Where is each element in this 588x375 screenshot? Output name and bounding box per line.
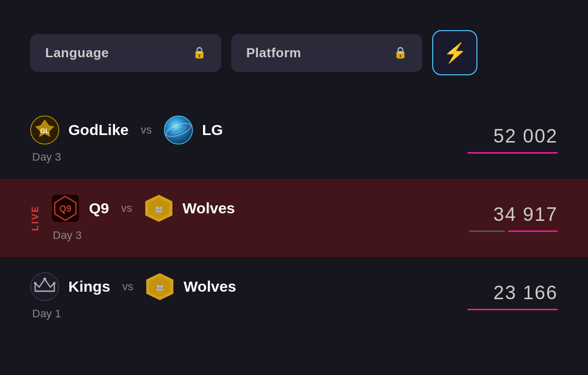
viewer-bar-pink-live [508,230,558,232]
platform-label: Platform [246,45,301,61]
match-teams-live: Q9 Q9 vs 🐺 Wo [51,194,467,223]
team-logo-kings [30,272,59,301]
match-teams: GL GodLike vs [30,115,467,145]
team-logo-godlike: GL [30,115,59,145]
match-info: GL GodLike vs [30,115,467,164]
team-logo-wolves-2: 🐺 [145,272,174,301]
match-row-live[interactable]: LIVE Q9 Q9 vs [0,179,588,257]
match-row-3[interactable]: Kings vs 🐺 Wolves Day 1 [30,257,558,335]
main-container: Language 🔒 Platform 🔒 ⚡ [0,0,588,355]
match-day-match2: Day 3 [53,229,467,242]
filter-row: Language 🔒 Platform 🔒 ⚡ [30,30,558,75]
vs-match1: vs [141,123,152,137]
wolves-logo-svg-2: 🐺 [145,272,174,301]
language-lock-icon: 🔒 [192,46,206,59]
match-day-match3: Day 1 [32,307,467,320]
match-teams-3: Kings vs 🐺 Wolves [30,272,467,301]
team-logo-q9: Q9 [51,194,80,223]
svg-text:🐺: 🐺 [156,284,164,293]
viewer-bar-gray [469,230,505,232]
match-row-inner-live: Q9 Q9 vs 🐺 Wo [51,194,558,242]
match-row-inner-3: Kings vs 🐺 Wolves Day 1 [30,272,558,320]
team2-name-match1: LG [202,121,223,139]
match-row-inner: GL GodLike vs [30,115,558,164]
lg-logo-svg [164,115,193,145]
q9-logo-svg: Q9 [51,194,80,223]
vs-match2: vs [121,202,132,215]
match-info-3: Kings vs 🐺 Wolves Day 1 [30,272,467,320]
platform-filter-button[interactable]: Platform 🔒 [231,34,422,72]
platform-lock-icon: 🔒 [394,46,407,59]
svg-point-17 [53,282,56,285]
language-label: Language [45,45,109,61]
viewer-bar-match3 [467,309,558,310]
svg-text:Q9: Q9 [59,204,71,214]
team1-name-match3: Kings [68,278,110,295]
matches-list: GL GodLike vs [30,100,558,335]
team2-name-match3: Wolves [183,278,236,295]
vs-match3: vs [122,280,133,293]
wolves-logo-svg-1: 🐺 [144,194,173,223]
lightning-icon: ⚡ [443,42,467,64]
kings-logo-svg [30,272,59,301]
team2-name-match2: Wolves [182,200,235,217]
match-row[interactable]: GL GodLike vs [30,100,558,179]
svg-text:🐺: 🐺 [155,206,163,214]
match-info-live: Q9 Q9 vs 🐺 Wo [51,194,467,242]
match-day-match1: Day 3 [32,151,467,164]
team1-name-match1: GodLike [68,121,129,139]
match-viewers-match1: 52 002 [467,126,558,154]
match-viewers-match2: 34 917 [467,204,558,232]
svg-point-15 [43,278,46,281]
viewer-bar-match1 [467,152,558,154]
viewer-count-match1: 52 002 [467,126,558,147]
team1-name-match2: Q9 [89,200,109,217]
team-logo-wolves-1: 🐺 [144,194,173,223]
language-filter-button[interactable]: Language 🔒 [30,34,221,72]
team-logo-lg [164,115,193,145]
viewer-count-match2: 34 917 [467,204,558,225]
viewer-count-match3: 23 166 [467,282,558,304]
svg-text:GL: GL [40,127,49,135]
godlike-logo-svg: GL [30,115,59,145]
svg-point-16 [34,282,37,285]
live-tag: LIVE [30,205,41,231]
match-viewers-match3: 23 166 [467,282,558,310]
lightning-button[interactable]: ⚡ [432,30,477,75]
